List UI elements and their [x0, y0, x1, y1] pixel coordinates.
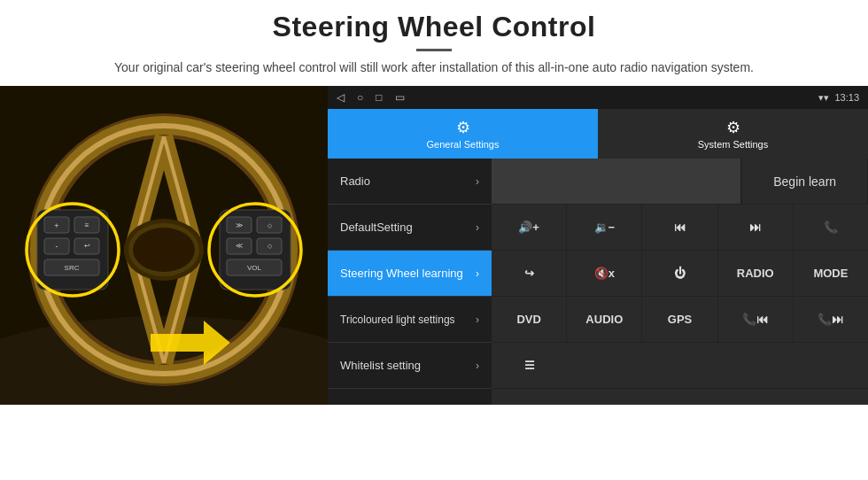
prev-button[interactable]: ⏮: [642, 205, 717, 250]
chevron-icon: ›: [476, 314, 479, 326]
audio-icon: AUDIO: [585, 313, 623, 326]
begin-learn-label: Begin learn: [773, 174, 836, 189]
phone-icon: 📞: [824, 221, 838, 234]
signal-icon: ▾▾: [818, 92, 829, 104]
time-display: 13:13: [834, 92, 859, 103]
power-button[interactable]: ⏻: [642, 251, 717, 296]
mode-icon: MODE: [813, 267, 848, 280]
menu-item-radio[interactable]: Radio ›: [328, 159, 492, 205]
svg-text:≫: ≫: [236, 221, 243, 229]
main-panel: Radio › DefaultSetting › Steering Wheel …: [328, 159, 868, 405]
menu-icon: ☰: [524, 359, 535, 372]
menu-item-tricoloured[interactable]: Tricoloured light settings ›: [328, 297, 492, 343]
svg-text:+: +: [54, 221, 58, 230]
svg-text:≪: ≪: [236, 242, 243, 250]
radio-button[interactable]: RADIO: [718, 251, 794, 296]
power-icon: ⏻: [674, 267, 686, 280]
status-indicators: ▾▾ 13:13: [818, 92, 859, 104]
gps-button[interactable]: GPS: [642, 297, 717, 342]
hangup-icon: ↩: [524, 267, 534, 280]
title-divider: [416, 49, 452, 51]
learn-input-field[interactable]: [492, 159, 741, 204]
svg-text:≡: ≡: [85, 221, 89, 229]
tel-prev-icon: 📞⏮: [742, 313, 768, 326]
tab-general[interactable]: ⚙ General Settings: [328, 109, 598, 159]
tel-prev-button[interactable]: 📞⏮: [718, 297, 794, 342]
default-label: DefaultSetting: [340, 221, 476, 234]
mode-button[interactable]: MODE: [794, 251, 868, 296]
dvd-icon: DVD: [516, 313, 540, 326]
menu-button[interactable]: ☰: [492, 343, 567, 388]
begin-learn-button[interactable]: Begin learn: [741, 159, 868, 204]
svg-text:SRC: SRC: [65, 264, 80, 272]
tab-system[interactable]: ⚙ System Settings: [598, 109, 868, 159]
general-settings-icon: ⚙: [456, 118, 470, 137]
menu-item-default[interactable]: DefaultSetting ›: [328, 205, 492, 251]
dvd-button[interactable]: DVD: [492, 297, 567, 342]
top-section: Steering Wheel Control Your original car…: [0, 0, 868, 86]
phone-button[interactable]: 📞: [794, 205, 868, 250]
radio-label: Radio: [340, 174, 476, 188]
chevron-icon: ›: [476, 267, 479, 280]
mute-icon: 🔇x: [594, 267, 615, 280]
home-nav-icon[interactable]: ○: [357, 91, 363, 104]
chevron-icon: ›: [476, 360, 479, 372]
vol-down-icon: 🔉−: [594, 221, 616, 234]
vol-up-button[interactable]: 🔊+: [492, 205, 567, 250]
content-area: + ≡ - ↩ SRC ≫ ◇ ≪ ◇ VOL: [0, 86, 868, 405]
audio-button[interactable]: AUDIO: [567, 297, 642, 342]
page-title: Steering Wheel Control: [35, 11, 833, 43]
right-controls: Begin learn 🔊+ 🔉− ⏮ ⏭: [492, 159, 868, 405]
next-button[interactable]: ⏭: [718, 205, 794, 250]
back-nav-icon[interactable]: ◁: [337, 91, 345, 104]
recents-nav-icon[interactable]: □: [376, 91, 382, 104]
hangup-button[interactable]: ↩: [492, 251, 567, 296]
radio-icon: RADIO: [737, 267, 774, 280]
tricoloured-label: Tricoloured light settings: [340, 314, 476, 326]
chevron-icon: ›: [476, 175, 479, 188]
row-begin-learn: Begin learn: [492, 159, 868, 205]
tel-next-icon: 📞⏭: [818, 313, 843, 326]
svg-text:↩: ↩: [84, 242, 90, 250]
steering-wheel-image: + ≡ - ↩ SRC ≫ ◇ ≪ ◇ VOL: [0, 86, 328, 405]
svg-text:-: -: [56, 242, 58, 251]
screen-nav-icon[interactable]: ▭: [395, 91, 405, 104]
chevron-icon: ›: [476, 221, 479, 234]
row-volume: 🔊+ 🔉− ⏮ ⏭ 📞: [492, 205, 868, 251]
subtitle: Your original car's steering wheel contr…: [35, 58, 833, 77]
gps-icon: GPS: [668, 313, 692, 326]
mute-button[interactable]: 🔇x: [567, 251, 642, 296]
whitelist-label: Whitelist setting: [340, 359, 476, 372]
svg-point-16: [133, 228, 195, 272]
row-dvd: DVD AUDIO GPS 📞⏮ 📞⏭: [492, 297, 868, 343]
menu-item-whitelist[interactable]: Whitelist setting ›: [328, 343, 492, 389]
steering-label: Steering Wheel learning: [340, 267, 476, 280]
nav-icons: ◁ ○ □ ▭: [337, 91, 405, 104]
system-settings-icon: ⚙: [726, 118, 740, 137]
next-icon: ⏭: [749, 221, 761, 234]
system-tab-label: System Settings: [698, 139, 768, 150]
row-hangup: ↩ 🔇x ⏻ RADIO MODE: [492, 251, 868, 297]
row-menu: ☰: [492, 343, 868, 389]
menu-item-steering[interactable]: Steering Wheel learning ›: [328, 251, 492, 297]
left-menu: Radio › DefaultSetting › Steering Wheel …: [328, 159, 492, 405]
prev-icon: ⏮: [674, 221, 686, 234]
tel-next-button[interactable]: 📞⏭: [794, 297, 868, 342]
vol-up-icon: 🔊+: [518, 221, 539, 234]
vol-down-button[interactable]: 🔉−: [567, 205, 642, 250]
status-bar: ◁ ○ □ ▭ ▾▾ 13:13: [328, 86, 868, 109]
tab-bar: ⚙ General Settings ⚙ System Settings: [328, 109, 868, 159]
general-tab-label: General Settings: [427, 139, 500, 150]
device-area: ◁ ○ □ ▭ ▾▾ 13:13 ⚙ General Settings ⚙ Sy…: [328, 86, 868, 405]
svg-text:VOL: VOL: [247, 264, 262, 272]
